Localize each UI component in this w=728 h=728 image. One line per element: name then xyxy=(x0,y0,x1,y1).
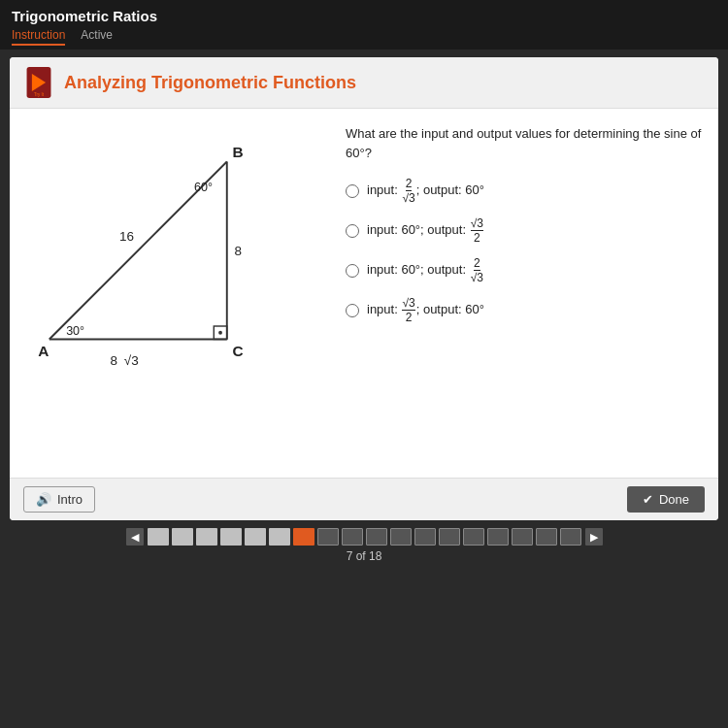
progress-area: ◀ ▶ 7 of 18 xyxy=(0,528,728,563)
svg-text:30°: 30° xyxy=(66,324,84,338)
speaker-icon: 🔊 xyxy=(36,492,51,507)
svg-text:8: 8 xyxy=(234,244,242,258)
check-icon: ✔ xyxy=(643,492,653,507)
radio-1[interactable] xyxy=(346,184,359,198)
svg-text:B: B xyxy=(233,144,244,160)
prog-box-14[interactable] xyxy=(463,528,484,546)
options-list: input: 2√3; output: 60° input: 60°; outp… xyxy=(346,178,703,323)
option-4-text: input: √32; output: 60° xyxy=(367,297,484,323)
done-button[interactable]: ✔ Done xyxy=(627,486,705,513)
top-bar: Trigonometric Ratios Instruction Active xyxy=(0,0,728,50)
prog-box-4[interactable] xyxy=(220,528,242,546)
triangle-diagram: A B C 30° 60° 16 8 8 √3 xyxy=(25,124,316,377)
radio-2[interactable] xyxy=(346,224,359,238)
svg-point-7 xyxy=(218,331,222,335)
prog-box-11[interactable] xyxy=(390,528,412,546)
intro-label: Intro xyxy=(57,492,83,507)
prog-box-7[interactable] xyxy=(293,528,314,546)
option-3[interactable]: input: 60°; output: 2√3 xyxy=(346,257,703,283)
option-1[interactable]: input: 2√3; output: 60° xyxy=(346,178,703,204)
svg-text:16: 16 xyxy=(119,229,134,244)
done-label: Done xyxy=(659,492,689,507)
prog-box-12[interactable] xyxy=(414,528,436,546)
option-1-text: input: 2√3; output: 60° xyxy=(367,178,484,204)
prog-box-17[interactable] xyxy=(536,528,557,546)
prog-box-2[interactable] xyxy=(172,528,193,546)
prev-arrow[interactable]: ◀ xyxy=(126,528,144,546)
diagram-area: A B C 30° 60° 16 8 8 √3 xyxy=(25,124,336,462)
app-title: Trigonometric Ratios xyxy=(12,8,716,24)
main-card: Try It Analyzing Trigonometric Functions… xyxy=(10,57,718,520)
page-label: 7 of 18 xyxy=(347,549,382,563)
tab-bar: Instruction Active xyxy=(12,28,716,46)
question-text: What are the input and output values for… xyxy=(346,124,703,162)
prog-box-18[interactable] xyxy=(560,528,581,546)
card-body: A B C 30° 60° 16 8 8 √3 What are the inp… xyxy=(10,109,718,478)
svg-text:A: A xyxy=(38,343,49,359)
progress-boxes xyxy=(148,528,581,546)
prog-box-5[interactable] xyxy=(245,528,266,546)
prog-box-16[interactable] xyxy=(512,528,533,546)
svg-text:60°: 60° xyxy=(194,181,213,194)
card-footer: 🔊 Intro ✔ Done xyxy=(10,478,718,520)
next-arrow[interactable]: ▶ xyxy=(585,528,603,546)
prog-box-1[interactable] xyxy=(148,528,169,546)
prog-box-8[interactable] xyxy=(317,528,339,546)
option-2-text: input: 60°; output: √32 xyxy=(367,217,484,244)
prog-box-10[interactable] xyxy=(366,528,387,546)
svg-text:√3: √3 xyxy=(124,353,139,368)
svg-text:C: C xyxy=(233,343,244,359)
prog-box-9[interactable] xyxy=(342,528,363,546)
radio-3[interactable] xyxy=(346,264,359,278)
card-title: Analyzing Trigonometric Functions xyxy=(64,73,356,93)
option-3-text: input: 60°; output: 2√3 xyxy=(367,257,484,283)
option-2[interactable]: input: 60°; output: √32 xyxy=(346,217,703,244)
prog-box-3[interactable] xyxy=(196,528,217,546)
try-it-icon: Try It xyxy=(23,67,54,98)
prog-box-6[interactable] xyxy=(269,528,290,546)
intro-button[interactable]: 🔊 Intro xyxy=(23,486,95,513)
progress-nav: ◀ ▶ xyxy=(126,528,603,546)
card-header: Try It Analyzing Trigonometric Functions xyxy=(10,57,718,109)
tab-active[interactable]: Active xyxy=(81,28,113,46)
question-area: What are the input and output values for… xyxy=(336,124,703,462)
prog-box-13[interactable] xyxy=(439,528,460,546)
option-4[interactable]: input: √32; output: 60° xyxy=(346,297,703,323)
svg-text:Try It: Try It xyxy=(34,92,45,97)
radio-4[interactable] xyxy=(346,304,359,317)
tab-instruction[interactable]: Instruction xyxy=(12,28,65,46)
prog-box-15[interactable] xyxy=(487,528,509,546)
svg-text:8: 8 xyxy=(110,353,116,368)
